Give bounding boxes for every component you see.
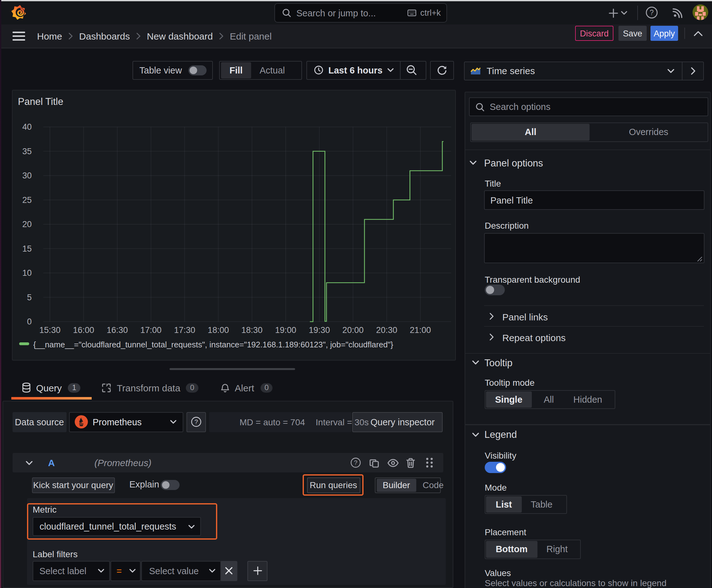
svg-text:20:00: 20:00: [342, 325, 364, 335]
svg-text:17:30: 17:30: [174, 325, 195, 335]
svg-text:16:00: 16:00: [72, 325, 94, 335]
svg-text:20:30: 20:30: [376, 325, 397, 335]
svg-text:?: ?: [194, 418, 198, 425]
svg-text:15: 15: [22, 244, 31, 253]
svg-text:35: 35: [22, 146, 31, 156]
svg-text:19:00: 19:00: [275, 325, 296, 335]
svg-text:20: 20: [22, 219, 31, 229]
svg-text:21:00: 21:00: [409, 325, 431, 335]
svg-text:19:30: 19:30: [308, 325, 330, 335]
svg-text:18:30: 18:30: [241, 325, 262, 335]
svg-text:?: ?: [354, 459, 357, 466]
svg-text:25: 25: [22, 195, 31, 205]
svg-text:0: 0: [27, 317, 31, 326]
svg-text:{__name__="cloudflared_tunnel_: {__name__="cloudflared_tunnel_total_requ…: [33, 340, 393, 349]
svg-text:18:00: 18:00: [208, 325, 229, 335]
svg-text:17:00: 17:00: [140, 325, 161, 335]
svg-text:40: 40: [22, 122, 31, 131]
svg-text:30: 30: [22, 171, 31, 180]
svg-text:15:30: 15:30: [39, 325, 60, 335]
svg-text:16:30: 16:30: [106, 325, 128, 335]
svg-text:5: 5: [27, 292, 31, 302]
svg-text:10: 10: [22, 268, 31, 277]
svg-text:?: ?: [650, 8, 654, 17]
